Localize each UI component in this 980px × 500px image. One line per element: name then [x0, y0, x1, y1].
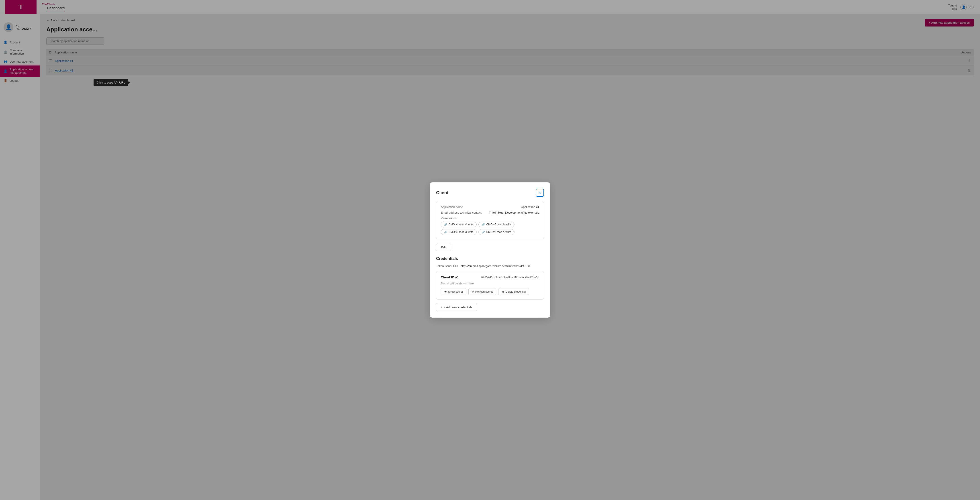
add-credentials-button[interactable]: + + Add new credentials — [436, 303, 477, 311]
link-icon-0: 🔗 — [444, 223, 447, 226]
info-row-email: Email address technical contact T_IoT_Hu… — [441, 211, 539, 214]
show-secret-button[interactable]: 👁 Show secret — [441, 288, 466, 295]
permissions-label: Permissions — [441, 217, 539, 220]
tooltip: Click to copy API URL — [94, 79, 128, 86]
client-card-header: Client ID #1 6b35245b-4ce6-4edf-a586-eec… — [441, 275, 539, 279]
tooltip-arrow — [128, 81, 130, 84]
refresh-secret-button[interactable]: ↻ Refresh secret — [468, 288, 496, 295]
token-url-value: https://preprod.spacegate.telekom.de/aut… — [461, 264, 526, 268]
app-name-value: Application #1 — [521, 205, 539, 209]
permission-label-1: CMO v5 read & write — [486, 223, 511, 226]
client-actions: 👁 Show secret ↻ Refresh secret 🗑 Delete … — [441, 288, 539, 295]
refresh-secret-label: Refresh secret — [475, 290, 493, 293]
email-label: Email address technical contact — [441, 211, 482, 214]
modal: Client × Application name Application #1… — [430, 182, 550, 318]
modal-close-button[interactable]: × — [536, 189, 544, 197]
app-name-label: Application name — [441, 205, 463, 209]
modal-header: Client × — [436, 189, 544, 197]
modal-title: Client — [436, 190, 449, 195]
token-url-label: Token issuer URL — [436, 264, 459, 268]
permission-label-3: DMO v3 read & write — [486, 231, 511, 234]
eye-icon: 👁 — [444, 290, 447, 293]
permission-tag-1: 🔗 CMO v5 read & write — [479, 221, 514, 228]
permissions-list: 🔗 CMO v4 read & write 🔗 CMO v5 read & wr… — [441, 221, 539, 235]
modal-overlay: Click to copy API URL Client × Applicati… — [0, 0, 980, 500]
tooltip-text: Click to copy API URL — [97, 81, 125, 84]
permission-tag-0: 🔗 CMO v4 read & write — [441, 221, 477, 228]
add-credentials-label: + Add new credentials — [444, 306, 473, 309]
link-icon-1: 🔗 — [482, 223, 485, 226]
permission-label-0: CMO v4 read & write — [449, 223, 473, 226]
info-row-app-name: Application name Application #1 — [441, 205, 539, 209]
link-icon-2: 🔗 — [444, 231, 447, 234]
client-id-value: 6b35245b-4ce6-4edf-a586-eec7ba22be55 — [481, 276, 539, 279]
show-secret-label: Show secret — [448, 290, 463, 293]
refresh-icon: ↻ — [472, 290, 474, 293]
token-url-row: Token issuer URL https://preprod.spacega… — [436, 264, 544, 268]
delete-credential-button[interactable]: 🗑 Delete credential — [498, 288, 529, 295]
permission-label-2: CMO v6 read & write — [449, 231, 473, 234]
permission-tag-3: 🔗 DMO v3 read & write — [479, 229, 514, 235]
client-card: Client ID #1 6b35245b-4ce6-4edf-a586-eec… — [436, 271, 544, 299]
trash-icon: 🗑 — [501, 290, 504, 293]
credentials-title: Credentials — [436, 256, 544, 261]
email-value: T_IoT_Hub_Development@telekom.de — [489, 211, 539, 214]
copy-icon[interactable]: ⧉ — [528, 264, 530, 268]
edit-button[interactable]: Edit — [436, 244, 451, 251]
delete-credential-label: Delete credential — [506, 290, 526, 293]
permission-tag-2: 🔗 CMO v6 read & write — [441, 229, 477, 235]
secret-placeholder: Secret will be shown here — [441, 282, 539, 285]
client-id-label: Client ID #1 — [441, 275, 459, 279]
modal-info-box: Application name Application #1 Email ad… — [436, 201, 544, 239]
plus-icon: + — [441, 306, 442, 309]
link-icon-3: 🔗 — [482, 231, 485, 234]
